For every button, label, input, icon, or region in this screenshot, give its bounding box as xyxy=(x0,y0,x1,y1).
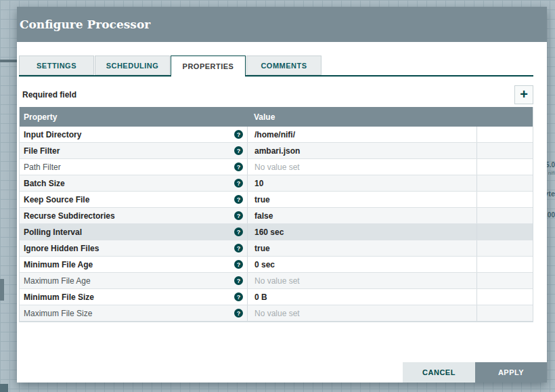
property-value-cell[interactable]: No value set xyxy=(247,159,476,175)
property-name: Path Filter xyxy=(24,162,234,172)
row-extra-cell xyxy=(476,224,533,240)
property-value-cell[interactable]: 0 sec xyxy=(247,257,476,272)
column-header-value: Value xyxy=(247,112,476,122)
dialog-footer: CANCEL APPLY xyxy=(403,362,547,383)
property-name-cell: Input Directory ? xyxy=(20,127,247,142)
property-name: Maximum File Age xyxy=(24,276,234,286)
property-name-cell: Batch Size ? xyxy=(20,175,247,191)
help-icon[interactable]: ? xyxy=(234,276,243,285)
property-value-cell[interactable]: No value set xyxy=(247,305,476,321)
property-value-cell[interactable]: ambari.json xyxy=(247,143,476,158)
property-value-cell[interactable]: No value set xyxy=(247,273,476,288)
property-row[interactable]: Polling Interval ? 160 sec xyxy=(20,224,533,240)
row-extra-cell xyxy=(476,143,533,158)
property-value: true xyxy=(254,244,270,253)
tab-settings[interactable]: SETTINGS xyxy=(19,56,94,75)
property-name: Ignore Hidden Files xyxy=(24,244,234,253)
property-row[interactable]: Maximum File Size ? No value set xyxy=(20,305,533,322)
property-name-cell: Recurse Subdirectories ? xyxy=(20,208,247,223)
required-field-label: Required field xyxy=(19,90,76,100)
row-extra-cell xyxy=(476,305,533,321)
property-name: Polling Interval xyxy=(24,227,234,237)
row-extra-cell xyxy=(476,273,533,288)
help-icon[interactable]: ? xyxy=(234,162,243,171)
property-row[interactable]: File Filter ? ambari.json xyxy=(20,143,533,159)
property-row[interactable]: Minimum File Size ? 0 B xyxy=(20,289,533,305)
help-icon[interactable]: ? xyxy=(234,292,243,301)
configure-processor-dialog: Configure Processor SETTINGS SCHEDULING … xyxy=(17,7,547,383)
tab-scheduling[interactable]: SCHEDULING xyxy=(95,56,170,75)
cancel-button[interactable]: CANCEL xyxy=(403,362,475,383)
canvas-connection-fragment xyxy=(0,60,17,62)
property-value-cell[interactable]: /home/nifi/ xyxy=(247,127,476,142)
help-icon[interactable]: ? xyxy=(234,146,243,155)
property-row[interactable]: Recurse Subdirectories ? false xyxy=(20,208,533,224)
property-name-cell: Ignore Hidden Files ? xyxy=(20,240,247,256)
property-value-cell[interactable]: true xyxy=(247,192,476,207)
canvas-text-fragment: .00 xyxy=(546,211,555,219)
property-value-cell[interactable]: 10 xyxy=(247,175,476,191)
help-icon[interactable]: ? xyxy=(234,211,243,220)
property-row[interactable]: Input Directory ? /home/nifi/ xyxy=(20,127,533,143)
apply-button[interactable]: APPLY xyxy=(475,362,547,383)
tab-bar: SETTINGS SCHEDULING PROPERTIES COMMENTS xyxy=(19,56,533,77)
property-name-cell: Keep Source File ? xyxy=(20,192,247,207)
property-value-cell[interactable]: 160 sec xyxy=(247,224,476,240)
help-icon[interactable]: ? xyxy=(234,309,243,318)
row-extra-cell xyxy=(476,289,533,305)
property-row[interactable]: Keep Source File ? true xyxy=(20,192,533,208)
row-extra-cell xyxy=(476,127,533,142)
tab-properties[interactable]: PROPERTIES xyxy=(171,56,246,77)
property-row[interactable]: Minimum File Age ? 0 sec xyxy=(20,257,533,273)
property-value-cell[interactable]: false xyxy=(247,208,476,223)
help-icon[interactable]: ? xyxy=(234,179,243,188)
property-name-cell: Minimum File Size ? xyxy=(20,289,247,305)
help-icon[interactable]: ? xyxy=(234,260,243,269)
add-property-button[interactable]: + xyxy=(514,85,533,104)
tab-comments[interactable]: COMMENTS xyxy=(246,56,321,75)
property-name-cell: Maximum File Age ? xyxy=(20,273,247,288)
help-icon[interactable]: ? xyxy=(234,195,243,204)
property-name-cell: File Filter ? xyxy=(20,143,247,158)
property-value: /home/nifi/ xyxy=(254,130,295,139)
property-value: 160 sec xyxy=(254,227,284,237)
property-value: No value set xyxy=(254,276,300,286)
help-icon[interactable]: ? xyxy=(234,130,243,139)
column-header-property: Property xyxy=(20,112,247,122)
property-value: false xyxy=(254,211,273,221)
property-row[interactable]: Ignore Hidden Files ? true xyxy=(20,240,533,257)
property-name-cell: Path Filter ? xyxy=(20,159,247,175)
row-extra-cell xyxy=(476,240,533,256)
property-value: 0 sec xyxy=(254,260,275,269)
canvas-text-fragment: nifi xyxy=(548,170,555,176)
row-extra-cell xyxy=(476,208,533,223)
row-extra-cell xyxy=(476,192,533,207)
property-name-cell: Minimum File Age ? xyxy=(20,257,247,272)
dialog-title: Configure Processor xyxy=(20,18,150,31)
property-name-cell: Polling Interval ? xyxy=(20,224,247,240)
property-value: ambari.json xyxy=(254,146,300,156)
property-name: Batch Size xyxy=(24,179,234,188)
property-value: 10 xyxy=(254,179,263,188)
property-row[interactable]: Path Filter ? No value set xyxy=(20,159,533,175)
canvas-text-fragment: 5.0 xyxy=(546,161,555,169)
property-name: Recurse Subdirectories xyxy=(24,211,234,221)
plus-icon: + xyxy=(520,87,528,101)
property-value-cell[interactable]: 0 B xyxy=(247,289,476,305)
property-name: Minimum File Age xyxy=(24,260,234,269)
properties-table: Property Value Input Directory ? /home/n… xyxy=(19,107,533,322)
property-value-cell[interactable]: true xyxy=(247,240,476,256)
row-extra-cell xyxy=(476,175,533,191)
row-extra-cell xyxy=(476,257,533,272)
property-name: Keep Source File xyxy=(24,195,234,204)
property-name: File Filter xyxy=(24,146,234,156)
property-value: No value set xyxy=(254,309,300,318)
dialog-header: Configure Processor xyxy=(17,7,547,42)
row-extra-cell xyxy=(476,159,533,175)
property-name: Minimum File Size xyxy=(24,292,234,302)
property-row[interactable]: Batch Size ? 10 xyxy=(20,175,533,192)
help-icon[interactable]: ? xyxy=(234,227,243,236)
help-icon[interactable]: ? xyxy=(234,244,243,253)
canvas-component-fragment xyxy=(0,384,8,392)
property-row[interactable]: Maximum File Age ? No value set xyxy=(20,273,533,289)
